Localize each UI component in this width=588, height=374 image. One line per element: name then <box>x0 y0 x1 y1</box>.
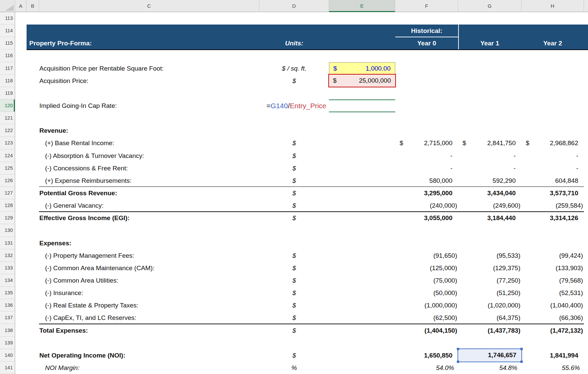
row-header-115[interactable]: 115 <box>0 37 15 49</box>
cell-H123-value[interactable]: 2,968,862 <box>521 137 584 149</box>
row-header-122[interactable]: 122 <box>0 124 15 137</box>
cell-H134-value[interactable]: (79,568) <box>521 274 584 287</box>
cell-F134-value[interactable]: (75,000) <box>395 274 458 287</box>
column-header-G[interactable]: G <box>458 0 521 12</box>
row-header-113[interactable]: 113 <box>0 12 15 25</box>
pro-forma-banner[interactable]: Property Pro-Forma: Units: Historical: Y… <box>27 25 588 50</box>
cell-F136-value[interactable]: (1,000,000) <box>395 299 458 311</box>
row-header-120[interactable]: 120 <box>0 99 15 112</box>
column-header-F[interactable]: F <box>395 0 458 12</box>
row-header-137[interactable]: 137 <box>0 311 15 324</box>
cell-C132-label[interactable]: (-) Property Management Fees: <box>45 249 134 262</box>
cell-D137-unit[interactable]: $ <box>259 311 329 324</box>
cell-G136-value[interactable]: (1,020,000) <box>458 299 521 311</box>
cell-F128-value[interactable]: (240,000) <box>395 199 458 212</box>
input-cell-price-per-sqft[interactable]: $ 1,000.00 <box>329 62 395 75</box>
cell-D118-unit[interactable]: $ <box>259 75 329 87</box>
row-header-116[interactable]: 116 <box>0 49 15 62</box>
cell-H133-value[interactable]: (133,903) <box>521 262 584 274</box>
cell-C137-label[interactable]: (-) CapEx, TI, and LC Reserves: <box>45 311 136 324</box>
row-header-135[interactable]: 135 <box>0 287 15 299</box>
cell-H132-value[interactable]: (99,424) <box>521 249 584 262</box>
row-header-117[interactable]: 117 <box>0 62 15 75</box>
cell-D117-unit[interactable]: $ / sq. ft. <box>259 62 329 75</box>
cell-H135-value[interactable]: (52,531) <box>521 287 584 299</box>
column-header-B[interactable]: B <box>27 0 39 12</box>
cell-F124-value[interactable]: - <box>395 150 458 162</box>
cell-F127-value[interactable]: 3,295,000 <box>395 187 458 199</box>
cell-C122-label[interactable]: Revenue: <box>39 124 68 137</box>
cell-H137-value[interactable]: (66,306) <box>521 311 584 324</box>
cell-C120-label[interactable]: Implied Going-In Cap Rate: <box>39 99 117 112</box>
cell-H124-value[interactable]: - <box>521 150 584 162</box>
row-header-140[interactable]: 140 <box>0 349 15 362</box>
cell-F132-value[interactable]: (91,650) <box>395 249 458 262</box>
cell-D127-unit[interactable]: $ <box>259 187 329 199</box>
cell-C128-label[interactable]: (-) General Vacancy: <box>45 199 104 212</box>
cell-D126-unit[interactable]: $ <box>259 174 329 187</box>
row-header-132[interactable]: 132 <box>0 249 15 262</box>
cell-D141-unit[interactable]: % <box>259 362 329 374</box>
row-header-141[interactable]: 141 <box>0 362 15 374</box>
cell-G127-value[interactable]: 3,434,040 <box>458 187 521 199</box>
row-header-138[interactable]: 138 <box>0 324 15 337</box>
row-header-131[interactable]: 131 <box>0 237 15 249</box>
row-header-126[interactable]: 126 <box>0 174 15 187</box>
cell-F123-value[interactable]: 2,715,000 <box>395 137 458 149</box>
cell-G138-value[interactable]: (1,437,783) <box>458 324 521 337</box>
cell-C127-label[interactable]: Potential Gross Revenue: <box>39 187 117 199</box>
cell-F133-value[interactable]: (125,000) <box>395 262 458 274</box>
cell-H141-value[interactable]: 55.6% <box>521 362 584 374</box>
cell-D133-unit[interactable]: $ <box>259 262 329 274</box>
cell-D138-unit[interactable]: $ <box>259 324 329 337</box>
cell-H125-value[interactable]: - <box>521 162 584 174</box>
cell-D136-unit[interactable]: $ <box>259 299 329 311</box>
column-header-A[interactable]: A <box>15 0 27 12</box>
cell-C131-label[interactable]: Expenses: <box>39 237 71 249</box>
cell-C124-label[interactable]: (-) Absorption & Turnover Vacancy: <box>45 150 144 162</box>
row-header-123[interactable]: 123 <box>0 137 15 149</box>
cell-C125-label[interactable]: (-) Concessions & Free Rent: <box>45 162 128 174</box>
row-header-129[interactable]: 129 <box>0 212 15 224</box>
row-header-133[interactable]: 133 <box>0 262 15 274</box>
row-header-130[interactable]: 130 <box>0 224 15 237</box>
select-all-corner[interactable] <box>0 0 15 12</box>
cell-C117-label[interactable]: Acquisition Price per Rentable Square Fo… <box>39 62 164 75</box>
cell-G123-value[interactable]: 2,841,750 <box>458 137 521 149</box>
cell-G129-value[interactable]: 3,184,440 <box>458 212 521 224</box>
cell-D128-unit[interactable]: $ <box>259 199 329 212</box>
cell-D125-unit[interactable]: $ <box>259 162 329 174</box>
cell-G128-value[interactable]: (249,600) <box>458 199 521 212</box>
cell-H136-value[interactable]: (1,040,400) <box>521 299 584 311</box>
cell-C123-label[interactable]: (+) Base Rental Income: <box>45 137 114 149</box>
cell-G137-value[interactable]: (64,375) <box>458 311 521 324</box>
cell-G134-value[interactable]: (77,250) <box>458 274 521 287</box>
cell-C135-label[interactable]: (-) Insurance: <box>45 287 83 299</box>
cell-F140-value[interactable]: 1,650,850 <box>395 349 458 362</box>
cell-F126-value[interactable]: 580,000 <box>395 174 458 187</box>
cell-C136-label[interactable]: (-) Real Estate & Property Taxes: <box>45 299 138 311</box>
cell-H128-value[interactable]: (259,584) <box>521 199 584 212</box>
row-header-125[interactable]: 125 <box>0 162 15 174</box>
formula-edit-cell[interactable] <box>329 99 395 112</box>
cell-F125-value[interactable]: - <box>395 162 458 174</box>
column-header-H[interactable]: H <box>521 0 584 12</box>
cell-D129-unit[interactable]: $ <box>259 212 329 224</box>
cell-G126-value[interactable]: 592,290 <box>458 174 521 187</box>
row-header-128[interactable]: 128 <box>0 199 15 212</box>
cell-H129-value[interactable]: 3,314,126 <box>521 212 584 224</box>
cell-G133-value[interactable]: (129,375) <box>458 262 521 274</box>
cell-D140-unit[interactable]: $ <box>259 349 329 362</box>
cell-D124-unit[interactable]: $ <box>259 150 329 162</box>
ref-highlight-cell-G140[interactable]: 1,746,657 <box>457 348 522 362</box>
cell-C141-label[interactable]: NOI Margin: <box>45 362 79 374</box>
cell-D132-unit[interactable]: $ <box>259 249 329 262</box>
row-header-121[interactable]: 121 <box>0 112 15 124</box>
column-header-D[interactable]: D <box>259 0 329 12</box>
row-header-139[interactable]: 139 <box>0 337 15 349</box>
cell-F141-value[interactable]: 54.0% <box>395 362 458 374</box>
cell-F137-value[interactable]: (62,500) <box>395 311 458 324</box>
cell-F138-value[interactable]: (1,404,150) <box>395 324 458 337</box>
cell-G132-value[interactable]: (95,533) <box>458 249 521 262</box>
column-header-C[interactable]: C <box>39 0 259 12</box>
